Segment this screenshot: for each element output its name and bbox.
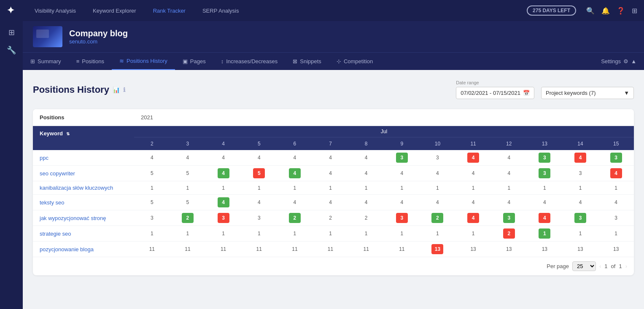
tab-positions-history[interactable]: ≋ Positions History (112, 53, 175, 70)
value-cell: 1 (384, 183, 420, 193)
date-range-input[interactable]: 07/02/2021 - 07/15/2021 📅 (456, 87, 534, 99)
rank-badge: 1 (539, 228, 550, 239)
value-cells: 44444443344343 (134, 150, 634, 165)
value-cell: 5 (134, 195, 170, 210)
left-sidebar: ⊞ 🔧 (0, 21, 23, 309)
value-cell: 1 (170, 226, 206, 241)
value-cell: 5 (134, 166, 170, 181)
keyword-cell[interactable]: teksty seo (33, 196, 134, 209)
value-cell: 1 (527, 226, 563, 241)
value-cell: 4 (420, 166, 455, 181)
sort-icon: ⇅ (66, 132, 70, 136)
help-icon[interactable]: ❓ (617, 7, 625, 15)
value-cell: 1 (205, 226, 241, 241)
grid-icon[interactable]: ⊞ (632, 7, 637, 15)
value-cell: 4 (491, 195, 527, 210)
nav-rank-tracker[interactable]: Rank Tracker (150, 6, 189, 16)
value-cell: 3 (420, 150, 455, 165)
snippets-icon: ⊠ (293, 58, 297, 64)
bell-icon[interactable]: 🔔 (601, 7, 610, 15)
keyword-header[interactable]: Keyword ⇅ (33, 126, 134, 150)
date-range-group: Date range 07/02/2021 - 07/15/2021 📅 (456, 80, 534, 99)
chart-icon: 📊 (113, 86, 120, 93)
value-cell: 4 (455, 150, 491, 165)
keyword-cell[interactable]: seo copywriter (33, 167, 134, 180)
value-cell: 4 (277, 166, 313, 181)
value-cell: 11 (134, 242, 170, 257)
page-next-icon[interactable]: › (625, 263, 627, 269)
value-cell: 11 (277, 242, 313, 257)
summary-icon: ⊞ (30, 58, 35, 64)
keyword-cell[interactable]: ppc (33, 151, 134, 164)
rank-badge: 4 (574, 153, 586, 163)
app-logo[interactable]: ✦ (7, 5, 14, 16)
value-cell: 1 (241, 183, 277, 193)
of-label: of (611, 263, 616, 269)
tab-positions[interactable]: ≡ Positions (69, 53, 112, 70)
rank-badge: 4 (539, 213, 550, 223)
value-cell: 1 (455, 183, 491, 193)
value-cell: 1 (348, 183, 384, 193)
keyword-cell[interactable]: pozycjonowanie bloga (33, 243, 134, 256)
settings-button[interactable]: Settings ⚙ ▲ (593, 53, 644, 70)
keyword-cell[interactable]: jak wypozycjonować stronę (33, 212, 134, 225)
value-cell: 4 (455, 195, 491, 210)
month-label: Jul (134, 126, 634, 137)
value-cell: 1 (313, 226, 348, 241)
search-icon[interactable]: 🔍 (586, 7, 595, 15)
per-page-select[interactable]: 25 50 100 (572, 261, 596, 271)
value-cell: 4 (455, 166, 491, 181)
value-cell: 5 (170, 166, 206, 181)
tab-snippets[interactable]: ⊠ Snippets (285, 53, 329, 70)
value-cell: 4 (384, 195, 420, 210)
tab-increases-decreases[interactable]: ↕ Increases/Decreases (213, 53, 286, 70)
rank-badge: 3 (396, 213, 408, 223)
positions-table-card: Positions 2021 Keyword ⇅ Jul 23456789101… (33, 109, 634, 275)
rank-badge: 2 (431, 213, 443, 223)
value-cell: 4 (455, 210, 491, 226)
nav-visibility-analysis[interactable]: Visibility Analysis (31, 6, 79, 16)
info-icon[interactable]: ℹ (123, 86, 125, 93)
value-cell: 13 (527, 242, 563, 257)
value-cell: 4 (598, 166, 634, 181)
value-cell: 1 (598, 183, 634, 193)
positions-history-icon: ≋ (119, 58, 124, 64)
date-cell: 6 (277, 137, 313, 150)
value-cell: 11 (384, 242, 420, 257)
value-cell: 4 (134, 150, 170, 165)
value-cell: 1 (455, 226, 491, 241)
rank-badge: 2 (289, 213, 301, 223)
sidebar-dashboard-icon[interactable]: ⊞ (8, 28, 15, 37)
date-cell: 4 (205, 137, 241, 150)
value-cell: 1 (134, 226, 170, 241)
rank-badge: 4 (218, 168, 229, 178)
tab-summary[interactable]: ⊞ Summary (23, 53, 69, 70)
value-cell: 4 (527, 195, 563, 210)
nav-serp-analysis[interactable]: SERP Analysis (199, 6, 242, 16)
value-cell: 1 (134, 183, 170, 193)
value-cell: 3 (134, 210, 170, 226)
rank-badge: 3 (610, 153, 622, 163)
sidebar-tools-icon[interactable]: 🔧 (7, 46, 16, 55)
rank-badge: 2 (503, 228, 515, 239)
nav-keyword-explorer[interactable]: Keyword Explorer (89, 6, 140, 16)
keyword-cell[interactable]: kanibalizacja słów kluczowych (33, 181, 134, 194)
filters-row: Date range 07/02/2021 - 07/15/2021 📅 Pro… (456, 80, 634, 99)
keywords-dropdown[interactable]: Project keywords (7) ▼ (541, 87, 634, 99)
date-cell: 3 (170, 137, 206, 150)
tab-competition[interactable]: ⊹ Competition (329, 53, 380, 70)
data-rows: ppc44444443344343seo copywriter554544444… (33, 150, 634, 257)
competition-icon: ⊹ (337, 58, 341, 64)
keyword-cell[interactable]: strategie seo (33, 227, 134, 240)
increases-icon: ↕ (221, 58, 224, 64)
value-cell: 1 (277, 226, 313, 241)
value-cell: 1 (491, 183, 527, 193)
table-row: kanibalizacja słów kluczowych11111111111… (33, 181, 634, 195)
page-prev-icon[interactable]: ‹ (599, 263, 601, 269)
date-range-label: Date range (456, 80, 534, 85)
value-cell: 1 (241, 226, 277, 241)
value-cell: 2 (277, 210, 313, 226)
tab-pages[interactable]: ▣ Pages (175, 53, 213, 70)
value-cell: 4 (277, 150, 313, 165)
value-cell: 4 (313, 166, 348, 181)
